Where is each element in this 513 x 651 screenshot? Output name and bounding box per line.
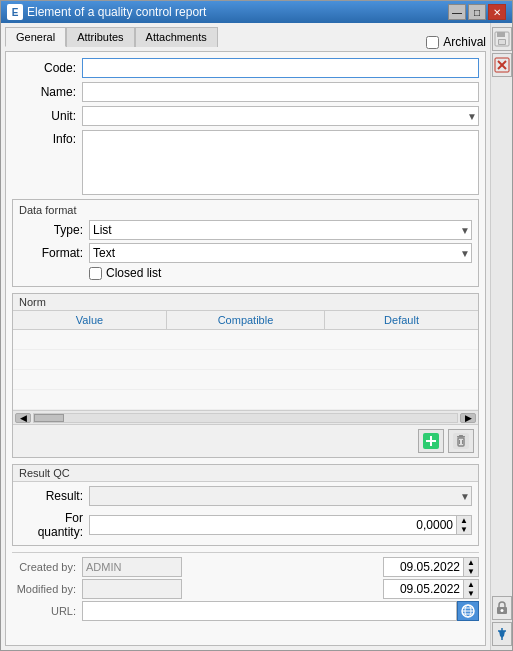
- result-label: Result:: [19, 489, 89, 503]
- unit-select[interactable]: [82, 106, 479, 126]
- for-quantity-label: For quantity:: [19, 511, 89, 539]
- norm-empty-row: [13, 350, 478, 370]
- unit-label: Unit:: [12, 109, 82, 123]
- app-icon: E: [7, 4, 23, 20]
- norm-remove-button[interactable]: [448, 429, 474, 453]
- close-button[interactable]: ✕: [488, 4, 506, 20]
- scroll-track[interactable]: [33, 413, 458, 423]
- result-select[interactable]: [89, 486, 472, 506]
- norm-empty-row: [13, 390, 478, 410]
- minimize-button[interactable]: —: [448, 4, 466, 20]
- side-toolbar: [490, 23, 512, 650]
- save-icon: [494, 31, 510, 47]
- type-select[interactable]: List: [89, 220, 472, 240]
- url-label: URL:: [12, 605, 82, 617]
- name-row: Name:: [12, 82, 479, 102]
- type-row: Type: List ▼: [19, 220, 472, 240]
- archival-checkbox[interactable]: [426, 36, 439, 49]
- scroll-thumb[interactable]: [34, 414, 64, 422]
- window-title: Element of a quality control report: [27, 5, 206, 19]
- info-textarea[interactable]: [82, 130, 479, 195]
- svg-rect-17: [499, 40, 505, 44]
- main-window: E Element of a quality control report — …: [0, 0, 513, 651]
- created-date-down[interactable]: ▼: [464, 567, 478, 576]
- norm-col-default: Default: [325, 311, 478, 330]
- created-by-label: Created by:: [12, 561, 82, 573]
- archival-row: Archival: [426, 35, 486, 49]
- add-icon: [423, 433, 439, 449]
- url-open-button[interactable]: [457, 601, 479, 621]
- delete-button[interactable]: [492, 53, 512, 77]
- modified-by-input[interactable]: [82, 579, 182, 599]
- created-date-input[interactable]: [383, 557, 463, 577]
- type-select-wrapper: List ▼: [89, 220, 472, 240]
- scroll-right-btn[interactable]: ▶: [460, 413, 476, 423]
- created-by-input[interactable]: [82, 557, 182, 577]
- spin-up-button[interactable]: ▲: [457, 516, 471, 525]
- data-format-section: Data format Type: List ▼: [12, 199, 479, 287]
- save-button[interactable]: [492, 27, 512, 51]
- created-date-field: ▲ ▼: [383, 557, 479, 577]
- svg-point-22: [500, 609, 503, 612]
- result-select-wrapper: ▼: [89, 486, 472, 506]
- norm-title: Norm: [13, 294, 478, 311]
- info-label: Info:: [12, 132, 82, 146]
- spin-buttons: ▲ ▼: [456, 515, 472, 535]
- title-bar-left: E Element of a quality control report: [7, 4, 206, 20]
- svg-rect-8: [459, 435, 463, 437]
- archival-label: Archival: [443, 35, 486, 49]
- modified-date-down[interactable]: ▼: [464, 589, 478, 598]
- tab-general[interactable]: General: [5, 27, 66, 47]
- modified-date-spin: ▲ ▼: [463, 579, 479, 599]
- norm-col-compatible: Compatible: [166, 311, 324, 330]
- title-bar: E Element of a quality control report — …: [1, 1, 512, 23]
- url-row: URL:: [12, 601, 479, 621]
- unit-select-wrapper: ▼: [82, 106, 479, 126]
- modified-date-up[interactable]: ▲: [464, 580, 478, 589]
- name-input[interactable]: [82, 82, 479, 102]
- main-panel: General Attributes Attachments Archival …: [1, 23, 490, 650]
- norm-scroll[interactable]: Value Compatible Default: [13, 311, 478, 410]
- code-row: Code:: [12, 58, 479, 78]
- scroll-left-btn[interactable]: ◀: [15, 413, 31, 423]
- modified-date-input[interactable]: [383, 579, 463, 599]
- tab-bar: General Attributes Attachments: [5, 27, 218, 47]
- globe-icon: [461, 604, 475, 618]
- created-date-up[interactable]: ▲: [464, 558, 478, 567]
- format-select-wrapper: Text ▼: [89, 243, 472, 263]
- maximize-button[interactable]: □: [468, 4, 486, 20]
- url-input[interactable]: [82, 601, 457, 621]
- lock-button[interactable]: [492, 596, 512, 620]
- bottom-section: Created by: ▲ ▼ Modified b: [12, 552, 479, 623]
- modified-by-label: Modified by:: [12, 583, 82, 595]
- title-buttons: — □ ✕: [448, 4, 506, 20]
- delete-icon: [453, 433, 469, 449]
- result-qc-section: Result QC Result: ▼ For quantity:: [12, 464, 479, 546]
- delete-x-icon: [494, 57, 510, 73]
- type-label: Type:: [19, 223, 89, 237]
- norm-empty-row: [13, 330, 478, 350]
- closed-list-label: Closed list: [106, 266, 161, 280]
- tab-attributes[interactable]: Attributes: [66, 27, 134, 47]
- data-format-title: Data format: [19, 204, 472, 216]
- for-quantity-input[interactable]: [89, 515, 456, 535]
- norm-add-button[interactable]: [418, 429, 444, 453]
- result-row: Result: ▼: [19, 486, 472, 506]
- tab-attachments[interactable]: Attachments: [135, 27, 218, 47]
- norm-scrollbar[interactable]: ◀ ▶: [13, 410, 478, 424]
- unit-row: Unit: ▼: [12, 106, 479, 126]
- norm-section: Norm Value Compatible: [12, 293, 479, 458]
- code-input[interactable]: [82, 58, 479, 78]
- pin-button[interactable]: [492, 622, 512, 646]
- closed-list-checkbox[interactable]: [89, 267, 102, 280]
- spin-wrapper: ▲ ▼: [89, 515, 472, 535]
- name-label: Name:: [12, 85, 82, 99]
- norm-buttons: [13, 424, 478, 457]
- norm-table-body: [13, 330, 478, 410]
- format-row: Format: Text ▼: [19, 243, 472, 263]
- format-select[interactable]: Text: [89, 243, 472, 263]
- spin-down-button[interactable]: ▼: [457, 525, 471, 534]
- modified-by-row: Modified by: ▲ ▼: [12, 579, 479, 599]
- closed-list-row: Closed list: [89, 266, 472, 280]
- result-qc-title: Result QC: [13, 465, 478, 482]
